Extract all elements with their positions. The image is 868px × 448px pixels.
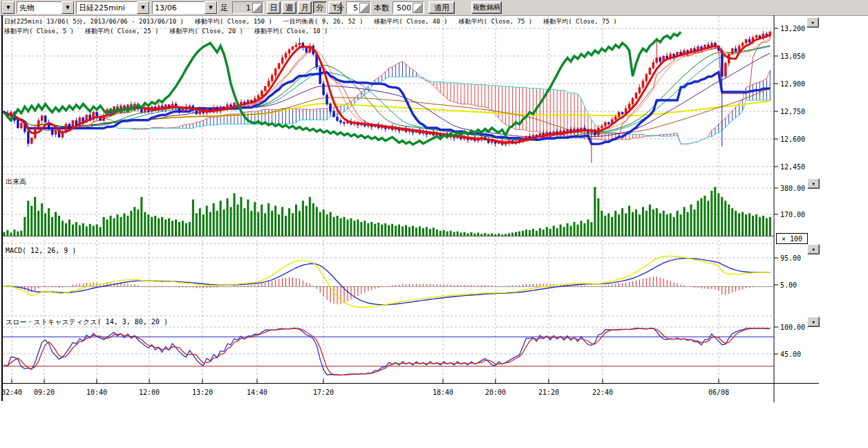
main-pane-scale-button[interactable]: ▼ [806,17,819,28]
price-axis-label: 13,200 [780,25,805,32]
time-axis-label: 12:00 [138,389,161,396]
chart-canvas[interactable] [0,0,868,448]
legend-line-2: 移動平均( Close, 5 ) 移動平均( Close, 25 ) 移動平均(… [4,27,328,36]
time-axis-label: 06/08 [707,389,730,396]
volume-pane-title: 出来高 [6,178,26,185]
stoch-pane-scale-button[interactable]: ▼ [807,317,820,327]
time-axis-label: 22:40 [591,389,614,396]
price-axis-label: 12,450 [780,163,805,171]
time-axis-label: 10:40 [85,389,108,396]
stoch-axis-label: 100.00 [780,324,805,331]
time-axis-label: 02:40 [0,389,23,396]
chart-application-window: ▼ 先物 ▼ 日経225mini ▼ 13/06 ▼ 足 1 日 週 月 分 T… [0,0,868,448]
time-axis-label: 14:40 [245,389,269,396]
volume-multiplier-box: × 100 [776,233,808,244]
time-axis-label: 20:00 [484,389,507,396]
volume-axis-label: 380.00 [780,185,805,192]
legend-item: 移動平均( Close, 25 ) [85,27,158,36]
stochastics-pane-title: スロー・ストキャスティクス( 14, 3, 80, 20 ) [6,318,168,326]
legend-item: 日経225mini 13/06( 5分, 2013/06/06 - 2013/0… [4,17,184,26]
time-axis-label: 21:20 [537,389,560,396]
time-axis-label: 17:20 [312,389,335,396]
macd-axis-label: 95.00 [780,254,801,262]
time-axis-label: 09:20 [32,389,56,396]
legend-item: 移動平均( Close, 75 ) [459,17,532,26]
volume-pane-scale-button[interactable]: ▼ [807,178,820,189]
price-axis-label: 13,050 [780,53,805,60]
stoch-axis-label: 45.00 [780,351,801,358]
price-axis-label: 12,600 [780,136,805,143]
macd-axis-label: 5.00 [780,281,797,289]
price-axis-label: 12,900 [780,80,805,88]
price-axis-label: 12,750 [780,108,805,115]
legend-item: 一目均衡表( 9, 26, 52 ) [283,17,363,26]
legend-item: 移動平均( Close, 5 ) [4,27,74,36]
legend-item: 移動平均( Close, 20 ) [169,27,243,36]
volume-axis-label: 170.00 [780,211,805,218]
legend-item: 移動平均( Close, 40 ) [374,17,447,26]
macd-pane-title: MACD( 12, 26, 9 ) [6,247,76,254]
legend-item: 移動平均( Close, 150 ) [195,17,272,26]
macd-pane-scale-button[interactable]: ▼ [807,244,820,254]
legend-line-1: 日経225mini 13/06( 5分, 2013/06/06 - 2013/0… [4,17,617,26]
time-axis-label: 18:40 [431,389,455,396]
legend-item: 移動平均( Close, 75 ) [543,17,616,26]
legend-item: 移動平均( Close, 10 ) [254,27,328,36]
time-axis-label: 13:20 [191,389,214,396]
